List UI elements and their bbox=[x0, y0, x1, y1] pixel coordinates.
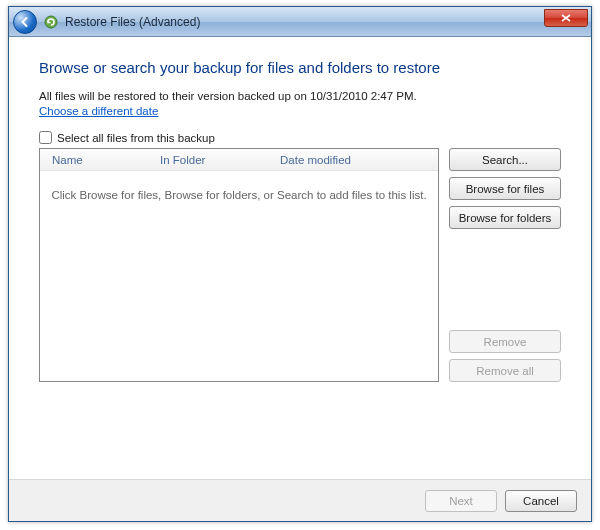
remove-button: Remove bbox=[449, 330, 561, 353]
select-all-row: Select all files from this backup bbox=[39, 131, 561, 144]
choose-date-link[interactable]: Choose a different date bbox=[39, 105, 561, 117]
dialog-window: Restore Files (Advanced) Browse or searc… bbox=[8, 6, 592, 522]
content-area: Browse or search your backup for files a… bbox=[9, 37, 591, 479]
browse-folders-button[interactable]: Browse for folders bbox=[449, 206, 561, 229]
column-folder[interactable]: In Folder bbox=[160, 154, 280, 166]
column-name[interactable]: Name bbox=[40, 154, 160, 166]
title-bar: Restore Files (Advanced) bbox=[9, 7, 591, 37]
list-header: Name In Folder Date modified bbox=[40, 149, 438, 171]
next-button: Next bbox=[425, 490, 497, 512]
column-date[interactable]: Date modified bbox=[280, 154, 438, 166]
side-buttons: Search... Browse for files Browse for fo… bbox=[449, 148, 561, 382]
button-spacer bbox=[449, 235, 561, 324]
screenshot-frame: Restore Files (Advanced) Browse or searc… bbox=[0, 0, 600, 530]
select-all-checkbox[interactable] bbox=[39, 131, 52, 144]
footer: Next Cancel bbox=[9, 479, 591, 521]
search-button[interactable]: Search... bbox=[449, 148, 561, 171]
window-title: Restore Files (Advanced) bbox=[65, 15, 200, 29]
close-button[interactable] bbox=[544, 9, 588, 27]
remove-all-button: Remove all bbox=[449, 359, 561, 382]
main-row: Name In Folder Date modified Click Brows… bbox=[39, 148, 561, 382]
select-all-label: Select all files from this backup bbox=[57, 132, 215, 144]
browse-files-button[interactable]: Browse for files bbox=[449, 177, 561, 200]
back-button[interactable] bbox=[13, 10, 37, 34]
back-arrow-icon bbox=[19, 16, 31, 28]
page-heading: Browse or search your backup for files a… bbox=[39, 59, 561, 76]
cancel-button[interactable]: Cancel bbox=[505, 490, 577, 512]
content-spacer bbox=[39, 382, 561, 479]
list-empty-message: Click Browse for files, Browse for folde… bbox=[40, 171, 438, 381]
info-text: All files will be restored to their vers… bbox=[39, 90, 561, 102]
restore-icon bbox=[43, 14, 59, 30]
file-list[interactable]: Name In Folder Date modified Click Brows… bbox=[39, 148, 439, 382]
svg-point-0 bbox=[45, 16, 57, 28]
close-icon bbox=[561, 14, 571, 22]
